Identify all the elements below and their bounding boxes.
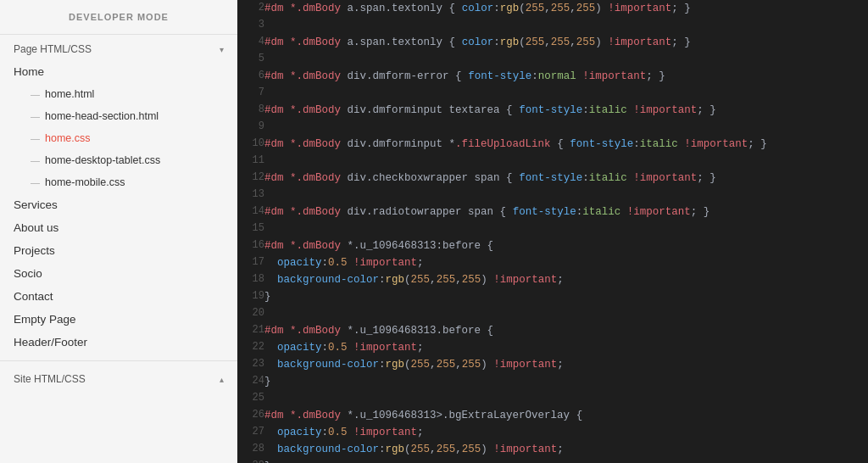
line-number: 8 bbox=[237, 102, 264, 119]
table-row: 13 bbox=[237, 187, 868, 204]
page-html-css-section: Page HTML/CSS ▾ Home — home.html — home-… bbox=[0, 35, 237, 357]
table-row: 24 } bbox=[237, 373, 868, 390]
line-code bbox=[264, 17, 868, 34]
line-code: background-color:rgb(255,255,255) !impor… bbox=[264, 441, 868, 458]
line-code: } bbox=[264, 373, 868, 390]
line-number: 24 bbox=[237, 373, 264, 390]
sidebar-header: DEVELOPER MODE bbox=[0, 0, 237, 35]
code-panel[interactable]: 2 #dm *.dmBody a.span.textonly { color:r… bbox=[237, 0, 868, 463]
file-icon: — bbox=[31, 111, 40, 121]
sidebar-item-home-desktop[interactable]: — home-desktop-tablet.css bbox=[0, 149, 237, 171]
line-code bbox=[264, 51, 868, 68]
table-row: 28 background-color:rgb(255,255,255) !im… bbox=[237, 441, 868, 458]
table-row: 4 #dm *.dmBody a.span.textonly { color:r… bbox=[237, 34, 868, 51]
table-row: 5 bbox=[237, 51, 868, 68]
line-number: 14 bbox=[237, 204, 264, 220]
services-label: Services bbox=[14, 198, 58, 211]
table-row: 15 bbox=[237, 220, 868, 237]
empty-page-label: Empty Page bbox=[14, 313, 76, 326]
line-code: #dm *.dmBody *.u_1096468313.before { bbox=[264, 322, 868, 339]
sidebar-item-home-html[interactable]: — home.html bbox=[0, 83, 237, 105]
table-row: 18 background-color:rgb(255,255,255) !im… bbox=[237, 271, 868, 288]
home-label: Home bbox=[14, 65, 44, 78]
line-number: 22 bbox=[237, 339, 264, 356]
table-row: 21 #dm *.dmBody *.u_1096468313.before { bbox=[237, 322, 868, 339]
line-code: opacity:0.5 !important; bbox=[264, 339, 868, 356]
line-number: 20 bbox=[237, 305, 264, 322]
file-icon: — bbox=[31, 177, 40, 187]
contact-label: Contact bbox=[14, 290, 53, 303]
line-number: 28 bbox=[237, 441, 264, 458]
line-number: 27 bbox=[237, 424, 264, 441]
line-code: } bbox=[264, 288, 868, 305]
line-code: #dm *.dmBody *.u_1096468313>.bgExtraLaye… bbox=[264, 407, 868, 424]
sidebar-item-socio[interactable]: Socio bbox=[0, 262, 237, 285]
table-row: 8 #dm *.dmBody div.dmforminput textarea … bbox=[237, 102, 868, 119]
projects-label: Projects bbox=[14, 244, 55, 257]
line-number: 12 bbox=[237, 170, 264, 187]
line-code: #dm *.dmBody div.dmform-error { font-sty… bbox=[264, 68, 868, 85]
line-number: 9 bbox=[237, 119, 264, 136]
line-number: 15 bbox=[237, 220, 264, 237]
home-mobile-label: home-mobile.css bbox=[45, 176, 125, 188]
line-number: 18 bbox=[237, 271, 264, 288]
line-number: 26 bbox=[237, 407, 264, 424]
code-table: 2 #dm *.dmBody a.span.textonly { color:r… bbox=[237, 0, 868, 463]
line-number: 17 bbox=[237, 254, 264, 271]
about-label: About us bbox=[14, 221, 58, 234]
sidebar-item-home-mobile[interactable]: — home-mobile.css bbox=[0, 171, 237, 193]
table-row: 20 bbox=[237, 305, 868, 322]
site-html-css-label[interactable]: Site HTML/CSS ▴ bbox=[0, 365, 237, 390]
table-row: 19 } bbox=[237, 288, 868, 305]
line-code bbox=[264, 305, 868, 322]
table-row: 23 background-color:rgb(255,255,255) !im… bbox=[237, 356, 868, 373]
sidebar-item-home[interactable]: Home bbox=[0, 60, 237, 83]
page-html-css-label[interactable]: Page HTML/CSS ▾ bbox=[0, 35, 237, 60]
line-code: } bbox=[264, 458, 868, 463]
line-number: 4 bbox=[237, 34, 264, 51]
line-code bbox=[264, 390, 868, 407]
line-code: #dm *.dmBody a.span.textonly { color:rgb… bbox=[264, 0, 868, 17]
table-row: 14 #dm *.dmBody div.radiotowrapper span … bbox=[237, 204, 868, 220]
header-footer-label: Header/Footer bbox=[14, 336, 87, 349]
table-row: 29 } bbox=[237, 458, 868, 463]
chevron-up-icon: ▴ bbox=[220, 375, 224, 384]
line-code bbox=[264, 187, 868, 204]
sidebar-item-empty-page[interactable]: Empty Page bbox=[0, 308, 237, 331]
chevron-down-icon: ▾ bbox=[220, 45, 224, 54]
file-icon: — bbox=[31, 89, 40, 99]
table-row: 9 bbox=[237, 119, 868, 136]
socio-label: Socio bbox=[14, 267, 42, 280]
table-row: 26 #dm *.dmBody *.u_1096468313>.bgExtraL… bbox=[237, 407, 868, 424]
line-code bbox=[264, 119, 868, 136]
home-head-label: home-head-section.html bbox=[45, 110, 159, 122]
table-row: 22 opacity:0.5 !important; bbox=[237, 339, 868, 356]
line-code: #dm *.dmBody *.u_1096468313:before { bbox=[264, 237, 868, 254]
sidebar-item-home-css[interactable]: — home.css bbox=[0, 127, 237, 149]
line-code bbox=[264, 85, 868, 102]
line-code: background-color:rgb(255,255,255) !impor… bbox=[264, 271, 868, 288]
sidebar-item-services[interactable]: Services bbox=[0, 193, 237, 216]
line-code: opacity:0.5 !important; bbox=[264, 254, 868, 271]
line-number: 3 bbox=[237, 17, 264, 34]
line-number: 10 bbox=[237, 136, 264, 153]
line-number: 13 bbox=[237, 187, 264, 204]
line-number: 25 bbox=[237, 390, 264, 407]
table-row: 3 bbox=[237, 17, 868, 34]
line-code: opacity:0.5 !important; bbox=[264, 424, 868, 441]
line-number: 16 bbox=[237, 237, 264, 254]
sidebar-item-projects[interactable]: Projects bbox=[0, 239, 237, 262]
site-html-css-section: Site HTML/CSS ▴ bbox=[0, 365, 237, 393]
sidebar-item-about[interactable]: About us bbox=[0, 216, 237, 239]
line-number: 19 bbox=[237, 288, 264, 305]
home-html-label: home.html bbox=[45, 88, 94, 100]
sidebar-item-home-head[interactable]: — home-head-section.html bbox=[0, 105, 237, 127]
table-row: 11 bbox=[237, 153, 868, 170]
table-row: 12 #dm *.dmBody div.checkboxwrapper span… bbox=[237, 170, 868, 187]
sidebar-item-contact[interactable]: Contact bbox=[0, 285, 237, 308]
sidebar-item-header-footer[interactable]: Header/Footer bbox=[0, 331, 237, 354]
line-code: background-color:rgb(255,255,255) !impor… bbox=[264, 356, 868, 373]
divider bbox=[0, 360, 237, 361]
site-section-title: Site HTML/CSS bbox=[14, 373, 86, 385]
table-row: 6 #dm *.dmBody div.dmform-error { font-s… bbox=[237, 68, 868, 85]
